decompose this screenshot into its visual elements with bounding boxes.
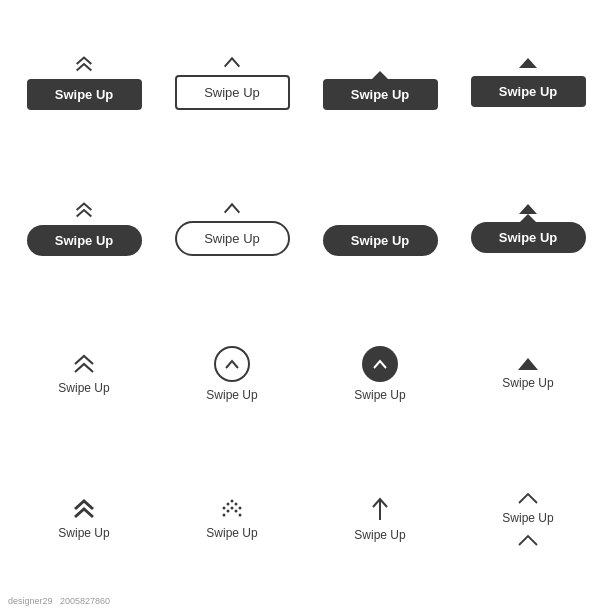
item-r2-btn3: Swipe Up [315,201,445,256]
arrow-up-thin-icon [371,496,389,522]
row-1: Swipe Up Swipe Up Swipe Up Swipe Up [10,10,602,156]
circle-chevron-icon [214,346,250,382]
swipe-up-pill-button[interactable]: Swipe Up [27,225,142,256]
row-3: Swipe Up Swipe Up Swipe Up Swipe Up [10,301,602,447]
bold-double-chevron-icon [70,498,98,520]
svg-point-9 [222,514,225,517]
single-chevron-icon [221,55,243,69]
swipe-up-button[interactable]: Swipe Up [27,79,142,110]
swipe-up-notch-button[interactable]: Swipe Up [323,79,438,110]
svg-point-3 [226,503,229,506]
main-grid: Swipe Up Swipe Up Swipe Up Swipe Up [0,0,612,612]
watermark: designer29 2005827860 [8,596,110,606]
svg-point-0 [230,500,233,503]
chevron-in-filled-circle-icon [372,358,388,370]
swipe-up-pill-notch-button[interactable]: Swipe Up [471,222,586,253]
item-r1-btn3: Swipe Up [315,55,445,110]
chevron-in-circle-icon [224,358,240,370]
item-r3-3: Swipe Up [354,346,405,402]
svg-point-1 [234,503,237,506]
swipe-up-label-r4-2: Swipe Up [206,526,257,540]
triangle-up-icon [519,58,537,68]
swipe-up-label-r3-4: Swipe Up [502,376,553,390]
row-2: Swipe Up Swipe Up Swipe Up Swipe Up [10,156,602,302]
swipe-up-label-r4-1: Swipe Up [58,526,109,540]
circle-filled-chevron-icon [362,346,398,382]
swipe-up-label-r4-3: Swipe Up [354,528,405,542]
swipe-up-label-r3-2: Swipe Up [206,388,257,402]
dotted-chevron-icon [217,498,247,520]
row-4: Swipe Up Swipe Up [10,447,602,593]
thin-chevron-sub-icon [516,533,540,547]
swipe-up-label-r3-3: Swipe Up [354,388,405,402]
item-r1-btn2: Swipe Up [167,55,297,110]
svg-point-8 [226,510,229,513]
item-r4-4: Swipe Up [502,491,553,547]
item-r4-3: Swipe Up [354,496,405,542]
watermark-code: 2005827860 [60,596,110,606]
item-r4-2: Swipe Up [206,498,257,540]
swipe-up-pill-outline-button[interactable]: Swipe Up [175,221,290,256]
svg-point-2 [238,507,241,510]
double-chevron-icon [73,55,95,73]
item-r4-1: Swipe Up [58,498,109,540]
swipe-up-outline-button[interactable]: Swipe Up [175,75,290,110]
svg-point-5 [234,510,237,513]
swipe-up-label-r4-4: Swipe Up [502,511,553,525]
item-r3-1: Swipe Up [58,353,109,395]
item-r3-4: Swipe Up [502,358,553,390]
svg-point-4 [222,507,225,510]
single-chevron-icon-2 [221,201,243,215]
double-chevron-icon-2 [73,201,95,219]
swipe-up-triangle-button[interactable]: Swipe Up [471,76,586,107]
double-chevron-plain-icon [70,353,98,375]
swipe-up-label-r3-1: Swipe Up [58,381,109,395]
item-r2-btn4: Swipe Up [463,204,593,253]
svg-point-7 [230,507,233,510]
item-r1-btn1: Swipe Up [19,55,149,110]
triangle-plain-icon [518,358,538,370]
item-r1-btn4: Swipe Up [463,58,593,107]
watermark-name: designer29 [8,596,53,606]
item-r2-btn1: Swipe Up [19,201,149,256]
item-r2-btn2: Swipe Up [167,201,297,256]
thin-chevron-icon [516,491,540,505]
swipe-up-pill-plain-button[interactable]: Swipe Up [323,225,438,256]
item-r3-2: Swipe Up [206,346,257,402]
triangle-up-icon-2 [519,204,537,214]
svg-point-6 [238,514,241,517]
